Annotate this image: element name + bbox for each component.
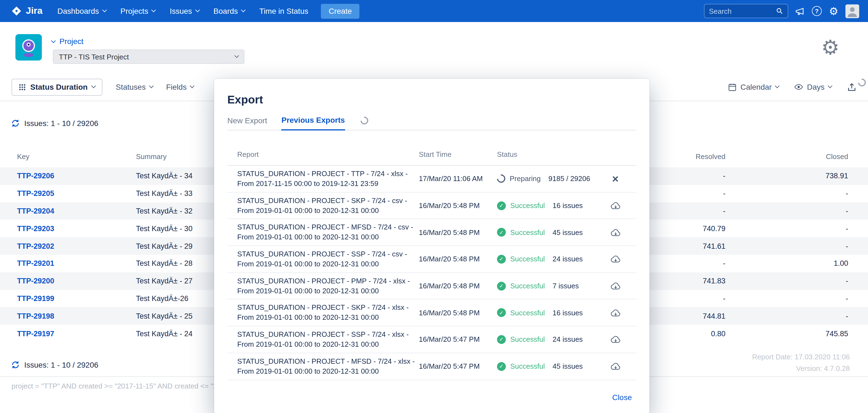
fields-label: Fields — [166, 83, 187, 91]
progress-spinner-icon — [495, 173, 507, 185]
tab-previous-exports[interactable]: Previous Exports — [282, 116, 345, 130]
nav-menu-item[interactable]: Issues — [163, 0, 207, 22]
download-icon[interactable] — [610, 336, 621, 344]
export-report-line1: STATUS_DURATION - PROJECT - MFSD - 7/24 … — [237, 356, 419, 366]
nav-menu-item[interactable]: Time in Status — [252, 0, 315, 22]
search-input[interactable] — [709, 7, 776, 15]
days-dropdown[interactable]: Days — [794, 83, 832, 91]
search-icon[interactable] — [776, 7, 783, 15]
issue-key-link[interactable]: TTP-29198 — [17, 312, 54, 320]
export-report-name: STATUS_DURATION - PROJECT - SSP - 7/24 -… — [237, 249, 419, 269]
export-row-action: × — [599, 362, 632, 370]
export-status-detail: 24 issues — [553, 255, 583, 263]
export-status-detail: 45 issues — [553, 228, 583, 236]
gear-icon[interactable]: ⚙ — [829, 6, 838, 16]
issue-closed-value: - — [725, 277, 848, 285]
issue-resolved-value: - — [638, 259, 725, 268]
column-header-resolved[interactable]: Resolved — [638, 152, 725, 160]
issue-resolved-value: 741.83 — [638, 277, 725, 285]
nav-menu-label: Boards — [214, 7, 238, 15]
export-report-line1: STATUS_DURATION - PROJECT - SKP - 7/24 -… — [237, 196, 419, 205]
chevron-down-icon — [91, 84, 96, 88]
issue-resolved-value: 740.79 — [638, 224, 725, 233]
download-icon[interactable] — [610, 255, 621, 263]
nav-menu-label: Time in Status — [259, 7, 308, 15]
nav-menu-label: Dashboards — [58, 7, 99, 15]
project-select-value: TTP - TIS Test Project — [59, 53, 129, 61]
export-report-name: STATUS_DURATION - PROJECT - PMP - 7/24 -… — [237, 276, 419, 296]
close-button[interactable]: Close — [612, 393, 632, 402]
chevron-down-icon — [241, 8, 246, 12]
megaphone-icon[interactable] — [795, 6, 805, 16]
issues-count-label: Issues: 1 - 10 / 29206 — [24, 360, 98, 369]
issue-key-link[interactable]: TTP-29200 — [17, 277, 54, 285]
export-report-line1: STATUS_DURATION - PROJECT - MFSD - 7/24 … — [237, 222, 419, 232]
download-icon[interactable] — [610, 282, 621, 290]
status-duration-label: Status Duration — [30, 83, 88, 91]
export-status-detail: 9185 / 29206 — [549, 175, 590, 183]
issue-key-link[interactable]: TTP-29206 — [17, 172, 54, 180]
export-row: STATUS_DURATION - PROJECT - MFSD - 7/24 … — [227, 219, 636, 246]
issue-key-link[interactable]: TTP-29201 — [17, 259, 54, 268]
chevron-down-icon — [775, 84, 780, 88]
export-report-name: STATUS_DURATION - PROJECT - TTP - 7/24 -… — [237, 169, 419, 189]
export-report-line1: STATUS_DURATION - PROJECT - PMP - 7/24 -… — [237, 276, 419, 286]
issue-key-link[interactable]: TTP-29199 — [17, 294, 54, 303]
status-duration-button[interactable]: Status Duration — [11, 78, 102, 95]
nav-menu-item[interactable]: Projects — [113, 0, 163, 22]
export-row: STATUS_DURATION - PROJECT - SKP - 7/24 -… — [227, 299, 636, 326]
report-date: Report Date: 17.03.2020 11:06 — [752, 353, 850, 361]
download-icon[interactable] — [610, 228, 621, 236]
issue-key-link[interactable]: TTP-29197 — [17, 329, 54, 338]
calendar-dropdown[interactable]: Calendar — [728, 83, 779, 91]
export-start-time: 16/Mar/20 5:47 PM — [419, 362, 497, 370]
export-status-label: Successful — [510, 309, 545, 317]
column-header-key[interactable]: Key — [17, 152, 136, 160]
nav-menu-item[interactable]: Dashboards — [50, 0, 113, 22]
issue-key-link[interactable]: TTP-29205 — [17, 189, 54, 197]
brand-name: Jira — [26, 5, 43, 17]
jira-logo-icon — [11, 5, 22, 17]
export-button[interactable] — [847, 82, 857, 92]
issue-key-link[interactable]: TTP-29203 — [17, 224, 54, 233]
nav-menu-item[interactable]: Boards — [207, 0, 252, 22]
chevron-down-icon — [828, 84, 833, 88]
statuses-dropdown[interactable]: Statuses — [116, 83, 153, 91]
help-icon[interactable]: ? — [812, 6, 822, 16]
issue-key-link[interactable]: TTP-29204 — [17, 207, 54, 215]
export-status-label: Successful — [510, 255, 545, 263]
settings-gear-icon[interactable]: ⚙ — [821, 37, 839, 58]
export-report-line2: From 2019-01-01 00:00 to 2020-12-31 00:0… — [237, 340, 419, 349]
column-header-closed[interactable]: Closed — [725, 152, 848, 160]
export-report-name: STATUS_DURATION - PROJECT - MFSD - 7/24 … — [237, 222, 419, 242]
fields-dropdown[interactable]: Fields — [166, 83, 194, 91]
create-button[interactable]: Create — [321, 4, 360, 19]
issue-key-link[interactable]: TTP-29202 — [17, 242, 54, 250]
project-select[interactable]: TTP - TIS Test Project — [53, 50, 244, 64]
jira-page: Jira Dashboards Projects Issues — [0, 0, 868, 413]
jira-logo[interactable]: Jira — [7, 5, 50, 17]
issue-resolved-value: 0.80 — [638, 329, 725, 338]
export-status: ✓ Successful 45 issues — [497, 362, 599, 371]
download-icon[interactable] — [610, 309, 621, 317]
avatar[interactable] — [845, 4, 859, 18]
issues-count-top: Issues: 1 - 10 / 29206 — [11, 119, 98, 128]
export-status: ✓ Successful 45 issues — [497, 228, 599, 236]
plugin-version: Version: 4.7.0.28 — [796, 364, 850, 373]
export-row: STATUS_DURATION - PROJECT - PMP - 7/24 -… — [227, 273, 636, 299]
tab-new-export[interactable]: New Export — [227, 116, 267, 130]
chevron-down-icon — [190, 84, 194, 88]
cancel-export-icon[interactable]: × — [612, 173, 618, 184]
export-start-time: 16/Mar/20 5:47 PM — [419, 336, 497, 344]
issue-closed-value: - — [725, 189, 848, 197]
export-start-time: 16/Mar/20 5:48 PM — [419, 201, 497, 210]
download-icon[interactable] — [610, 201, 621, 210]
check-circle-icon: ✓ — [497, 362, 506, 371]
issue-resolved-value: 744.81 — [638, 312, 725, 320]
export-status-label: Successful — [510, 362, 545, 370]
refresh-icon[interactable] — [11, 360, 20, 369]
download-icon[interactable] — [610, 362, 621, 370]
project-breadcrumb[interactable]: Project — [52, 37, 83, 46]
chevron-down-icon — [51, 38, 56, 43]
refresh-icon[interactable] — [11, 119, 20, 128]
